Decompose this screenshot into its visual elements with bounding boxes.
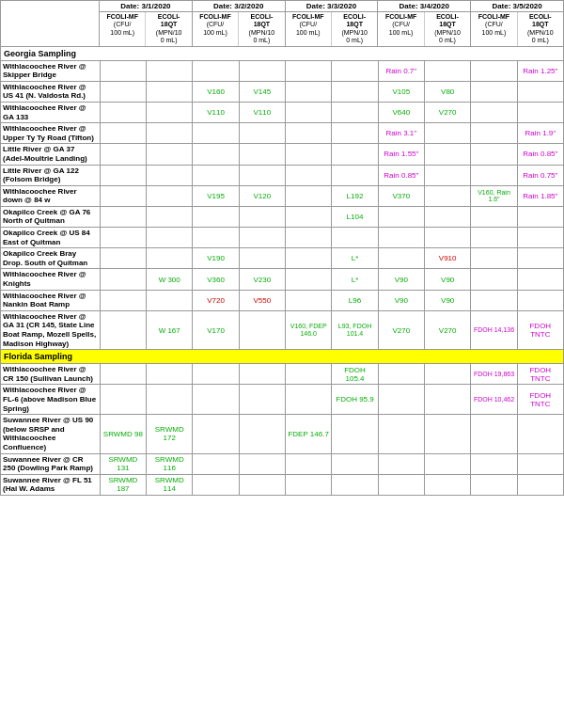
data-cell-9 [517, 81, 563, 102]
data-cell-7 [425, 385, 471, 415]
data-cell-4 [286, 453, 332, 474]
location-cell: Okapilco Creek @ GA 76 North of Quitman [1, 206, 101, 227]
data-cell-3: V110 [239, 102, 285, 122]
data-cell-3 [239, 248, 285, 269]
data-cell-6: V105 [378, 81, 424, 102]
data-cell-5 [332, 453, 378, 474]
data-cell-5 [332, 474, 378, 495]
data-cell-8 [471, 165, 517, 185]
location-cell: Suwannee River @ US 90 (below SRSP and W… [1, 415, 101, 453]
data-cell-6: V270 [378, 310, 424, 349]
data-cell-1 [147, 206, 193, 227]
data-cell-6 [378, 228, 424, 248]
data-cell-5: FDOH 95.9 [332, 385, 378, 415]
page-container: Date: 3/1/2020 FCOLI-MF(CFU/100 mL) ECOL… [0, 0, 564, 496]
col-headers-1: FCOLI-MF(CFU/100 mL) ECOLI-18QT(MPN/100 … [193, 12, 285, 46]
data-cell-7 [425, 144, 471, 165]
data-cell-4 [286, 165, 332, 185]
data-cell-7 [425, 474, 471, 495]
data-cell-5: L93, FDOH 101.4 [332, 310, 378, 349]
data-cell-6 [378, 248, 424, 269]
data-cell-3 [239, 364, 285, 385]
data-cell-9: Rain 1.85" [517, 185, 563, 206]
data-cell-4 [286, 60, 332, 81]
data-cell-2: V160 [193, 81, 239, 102]
data-cell-2 [193, 474, 239, 495]
data-cell-0 [100, 206, 146, 227]
data-cell-4 [286, 144, 332, 165]
data-cell-9 [517, 206, 563, 227]
data-cell-8 [471, 60, 517, 81]
data-cell-6: Rain 0.7" [378, 60, 424, 81]
data-cell-9 [517, 474, 563, 495]
data-cell-7 [425, 364, 471, 385]
data-cell-2 [193, 228, 239, 248]
data-cell-2: V195 [193, 185, 239, 206]
data-cell-1: W 300 [147, 269, 193, 290]
data-cell-6 [378, 415, 424, 453]
fcoli-header-2: FCOLI-MF(CFU/100 mL) [286, 12, 332, 46]
data-cell-4 [286, 206, 332, 227]
data-cell-7: V90 [425, 290, 471, 310]
data-cell-0: SRWMD 187 [100, 474, 146, 495]
col-headers-4: FCOLI-MF(CFU/100 mL) ECOLI-18QT(MPN/100 … [471, 12, 563, 46]
location-cell: Okapilco Creek @ US 84 East of Quitman [1, 228, 101, 248]
data-cell-3 [239, 123, 285, 144]
location-cell: Withlacoochee River @ CR 150 (Sullivan L… [1, 364, 101, 385]
ecoli-header-3: ECOLI-18QT(MPN/100 mL) [425, 12, 470, 46]
data-cell-8: V160, Rain 1.6" [471, 185, 517, 206]
data-cell-8 [471, 474, 517, 495]
data-table: Georgia SamplingWithlacoochee River @ Sk… [0, 46, 564, 496]
data-cell-3: V145 [239, 81, 285, 102]
data-cell-2 [193, 60, 239, 81]
data-cell-7 [425, 123, 471, 144]
data-cell-3 [239, 385, 285, 415]
data-cell-8 [471, 228, 517, 248]
data-cell-4 [286, 474, 332, 495]
data-cell-1: SRWMD 114 [147, 474, 193, 495]
data-cell-9 [517, 228, 563, 248]
data-cell-5: FDOH 105.4 [332, 364, 378, 385]
date-title-1: Date: 3/2/2020 [193, 1, 285, 12]
data-cell-1: W 167 [147, 310, 193, 349]
data-cell-6: Rain 3.1" [378, 123, 424, 144]
data-cell-0: SRWMD 98 [100, 415, 146, 453]
data-cell-9 [517, 248, 563, 269]
data-cell-5: L104 [332, 206, 378, 227]
location-cell: Withlacoochee River @ Nankin Boat Ramp [1, 290, 101, 310]
data-cell-6: Rain 1.55" [378, 144, 424, 165]
data-cell-9 [517, 415, 563, 453]
data-cell-2 [193, 415, 239, 453]
data-cell-0 [100, 144, 146, 165]
data-cell-2: V170 [193, 310, 239, 349]
date-title-2: Date: 3/3/2020 [286, 1, 378, 12]
data-cell-1 [147, 185, 193, 206]
data-cell-6 [378, 206, 424, 227]
data-cell-9: FDOH TNTC [517, 310, 563, 349]
data-cell-1 [147, 385, 193, 415]
data-cell-6 [378, 364, 424, 385]
data-cell-8 [471, 123, 517, 144]
data-cell-5 [332, 165, 378, 185]
data-cell-2 [193, 206, 239, 227]
location-cell: Withlacoochee River @ FL-6 (above Madiso… [1, 385, 101, 415]
data-cell-1 [147, 364, 193, 385]
fcoli-header-1: FCOLI-MF(CFU/100 mL) [193, 12, 239, 46]
date-section-1: Date: 3/2/2020 FCOLI-MF(CFU/100 mL) ECOL… [193, 1, 286, 46]
data-cell-8 [471, 248, 517, 269]
data-cell-1 [147, 248, 193, 269]
data-cell-1 [147, 81, 193, 102]
data-cell-0 [100, 185, 146, 206]
data-cell-7: V910 [425, 248, 471, 269]
data-cell-1 [147, 60, 193, 81]
location-cell: Little River @ GA 37 (Adel-Moultrie Land… [1, 144, 101, 165]
data-cell-7: V80 [425, 81, 471, 102]
data-cell-0 [100, 385, 146, 415]
data-cell-8 [471, 415, 517, 453]
data-cell-8 [471, 269, 517, 290]
data-cell-5 [332, 81, 378, 102]
data-cell-6: V90 [378, 269, 424, 290]
data-cell-4: V160, FDEP 146.0 [286, 310, 332, 349]
data-cell-7 [425, 453, 471, 474]
data-cell-4 [286, 290, 332, 310]
